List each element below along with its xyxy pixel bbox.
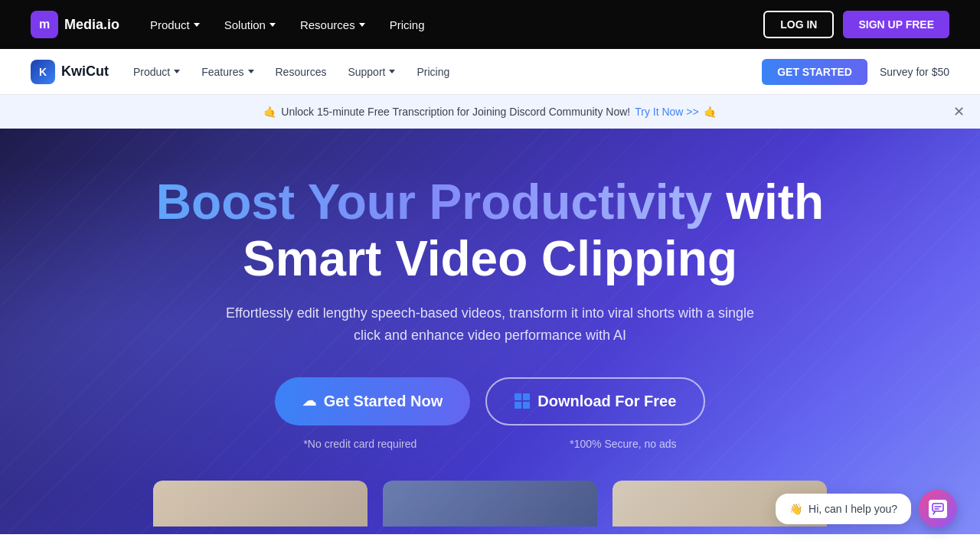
hero-buttons: ☁ Get Started Now Download For Free bbox=[275, 377, 706, 425]
thumbnail-image-2 bbox=[383, 481, 597, 527]
sub-nav-right: GET STARTED Survey for $50 bbox=[762, 59, 949, 85]
thumbnail-1 bbox=[153, 481, 368, 527]
top-navigation: m Media.io Product Solution Resources Pr… bbox=[0, 0, 980, 49]
survey-link[interactable]: Survey for $50 bbox=[880, 66, 949, 78]
sub-navigation: K KwiCut Product Features Resources Supp… bbox=[0, 49, 980, 95]
hero-subtitle: Effortlessly edit lengthy speech-based v… bbox=[222, 302, 758, 347]
primary-button-note: *No credit card required bbox=[303, 438, 416, 450]
get-started-button[interactable]: GET STARTED bbox=[762, 59, 867, 85]
hero-button-notes: *No credit card required *100% Secure, n… bbox=[303, 438, 676, 450]
hero-title-rest: with bbox=[712, 174, 824, 230]
sub-nav-product[interactable]: Product bbox=[133, 66, 180, 78]
promo-banner: 🤙 Unlock 15-minute Free Transcription fo… bbox=[0, 95, 980, 129]
banner-emoji-left: 🤙 bbox=[263, 106, 276, 118]
hero-section: Boost Your Productivity with Smart Video… bbox=[0, 129, 980, 534]
banner-close-button[interactable]: ✕ bbox=[953, 103, 965, 120]
download-free-button[interactable]: Download For Free bbox=[485, 377, 705, 425]
chat-icon bbox=[929, 500, 947, 518]
secondary-button-note: *100% Secure, no ads bbox=[570, 438, 676, 450]
chat-widget: 👋 Hi, can I help you? bbox=[776, 490, 957, 528]
chat-open-button[interactable] bbox=[919, 490, 957, 528]
top-nav-resources[interactable]: Resources bbox=[300, 18, 365, 31]
kwicut-logo[interactable]: K KwiCut bbox=[31, 60, 109, 84]
chevron-down-icon bbox=[194, 23, 200, 27]
thumbnail-2 bbox=[383, 481, 597, 527]
banner-link[interactable]: Try It Now >> bbox=[635, 106, 699, 118]
chevron-down-icon bbox=[174, 70, 180, 73]
sub-nav-features[interactable]: Features bbox=[201, 66, 253, 78]
cloud-upload-icon: ☁ bbox=[302, 393, 316, 409]
top-nav-right: LOG IN SIGN UP FREE bbox=[763, 11, 949, 38]
chevron-down-icon bbox=[248, 70, 254, 73]
thumbnail-image-1 bbox=[153, 481, 368, 527]
banner-text: Unlock 15-minute Free Transcription for … bbox=[281, 106, 630, 118]
top-nav-links: Product Solution Resources Pricing bbox=[150, 18, 424, 31]
media-io-logo[interactable]: m Media.io bbox=[31, 11, 119, 38]
chat-wave-emoji: 👋 bbox=[789, 503, 802, 515]
sub-nav-links: Product Features Resources Support Prici… bbox=[133, 66, 449, 78]
get-started-now-button[interactable]: ☁ Get Started Now bbox=[275, 377, 471, 425]
sub-nav-pricing[interactable]: Pricing bbox=[416, 66, 449, 78]
media-io-logo-text: Media.io bbox=[64, 17, 119, 33]
chevron-down-icon bbox=[389, 70, 395, 73]
banner-content: 🤙 Unlock 15-minute Free Transcription fo… bbox=[263, 106, 716, 118]
hero-title-line2: Smart Video Clipping bbox=[243, 231, 737, 286]
top-nav-solution[interactable]: Solution bbox=[224, 18, 276, 31]
chat-svg-icon bbox=[932, 503, 944, 515]
chat-bubble[interactable]: 👋 Hi, can I help you? bbox=[776, 494, 911, 524]
chat-bubble-text: Hi, can I help you? bbox=[808, 503, 897, 515]
login-button[interactable]: LOG IN bbox=[763, 11, 834, 38]
media-io-logo-icon: m bbox=[31, 11, 58, 38]
kwicut-logo-text: KwiCut bbox=[61, 64, 109, 80]
chevron-down-icon bbox=[359, 23, 365, 27]
signup-button[interactable]: SIGN UP FREE bbox=[843, 11, 949, 38]
hero-title: Boost Your Productivity with Smart Video… bbox=[156, 174, 824, 287]
kwicut-logo-icon: K bbox=[31, 60, 55, 84]
top-nav-left: m Media.io Product Solution Resources Pr… bbox=[31, 11, 425, 38]
chevron-down-icon bbox=[270, 23, 276, 27]
banner-emoji-right: 🤙 bbox=[704, 106, 717, 118]
svg-rect-0 bbox=[933, 504, 943, 511]
top-nav-product[interactable]: Product bbox=[150, 18, 200, 31]
sub-nav-left: K KwiCut Product Features Resources Supp… bbox=[31, 60, 449, 84]
sub-nav-support[interactable]: Support bbox=[348, 66, 395, 78]
top-nav-pricing[interactable]: Pricing bbox=[390, 18, 425, 31]
sub-nav-resources[interactable]: Resources bbox=[276, 66, 327, 78]
windows-icon bbox=[514, 393, 530, 409]
hero-title-gradient: Boost Your Productivity bbox=[156, 174, 713, 230]
